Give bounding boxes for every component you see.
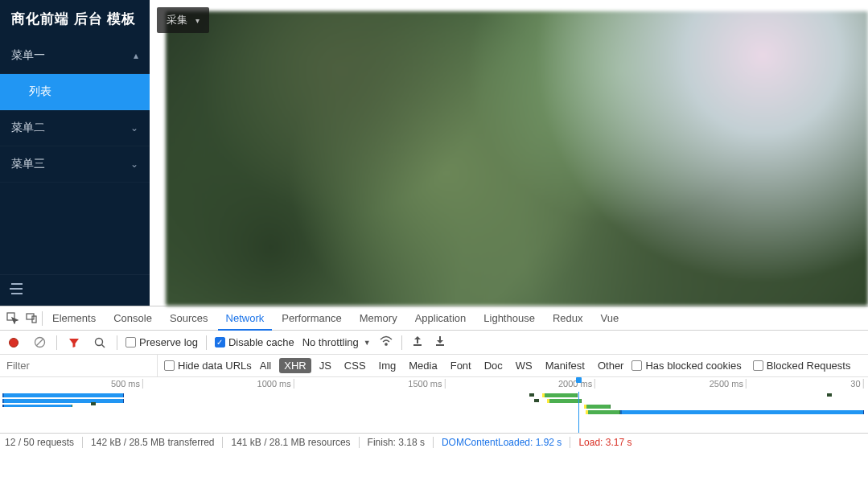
chevron-up-icon: ▴ [134,50,138,61]
divider [82,437,83,448]
blocked-requests-label: Blocked Requests [767,360,851,372]
status-load: Load: 3.17 s [578,437,631,448]
checkbox-icon [164,360,175,371]
filter-type-js[interactable]: JS [315,358,336,373]
sidebar-item-menu-1[interactable]: 菜单一 ▴ [0,38,150,74]
request-bar[interactable] [584,405,610,409]
sidebar-item-list[interactable]: 列表 [0,74,150,110]
clear-button[interactable] [31,334,48,352]
chevron-down-icon: ⌄ [130,122,138,134]
chevron-down-icon: ▼ [364,339,371,347]
tab-network[interactable]: Network [218,307,273,331]
timeline-tick: 2500 ms [710,379,747,389]
svg-rect-9 [436,344,444,346]
sidebar-collapse-button[interactable] [0,274,150,306]
record-button[interactable] [5,334,23,352]
divider [433,437,434,448]
checkbox-icon [631,360,642,371]
capture-dropdown[interactable]: 采集 ▾ [157,7,209,33]
filter-type-css[interactable]: CSS [339,358,371,373]
timeline-tick: 1500 ms [408,379,445,389]
svg-point-5 [96,338,103,345]
import-har-icon[interactable] [410,335,425,349]
tab-memory[interactable]: Memory [352,306,405,330]
status-finish: Finish: 3.18 s [368,437,425,448]
tab-console[interactable]: Console [105,306,160,330]
timeline-tick: 30 [850,379,863,389]
request-bar[interactable] [2,399,124,403]
sidebar: 商化前端 后台 模板 菜单一 ▴ 列表 菜单二 ⌄ 菜单三 ⌄ [0,0,150,306]
filter-type-img[interactable]: Img [374,358,401,373]
has-blocked-cookies-label: Has blocked cookies [645,360,741,372]
divider [222,437,223,448]
request-bar[interactable] [2,405,72,407]
checkbox-icon [753,360,763,371]
has-blocked-cookies-checkbox[interactable]: Has blocked cookies [631,360,741,372]
search-icon[interactable] [91,334,109,352]
hide-data-urls-label: Hide data URLs [178,360,252,372]
filter-input[interactable] [0,355,157,376]
request-bar[interactable] [542,393,577,397]
filter-type-other[interactable]: Other [593,358,629,373]
disable-cache-checkbox[interactable]: ✓ Disable cache [215,336,294,348]
hide-data-urls-checkbox[interactable]: Hide data URLs [164,360,252,372]
svg-rect-8 [413,344,422,346]
record-icon [9,338,19,347]
request-bar[interactable] [586,410,620,414]
network-timeline[interactable]: 500 ms 1000 ms 1500 ms 2000 ms 2500 ms 3… [0,377,868,434]
inspect-icon[interactable] [3,310,21,327]
sidebar-item-label: 菜单二 [11,121,45,135]
tab-sources[interactable]: Sources [162,306,216,330]
request-bar[interactable] [2,393,124,397]
app-title: 商化前端 后台 模板 [0,0,150,38]
svg-line-6 [102,344,105,347]
filter-type-media[interactable]: Media [404,358,442,373]
filter-type-xhr[interactable]: XHR [279,358,311,373]
chevron-down-icon: ▾ [195,16,200,25]
request-bar[interactable] [827,393,832,397]
devtools-tabbar: Elements Console Sources Network Perform… [0,306,868,331]
collapse-icon [10,283,23,294]
tab-elements[interactable]: Elements [44,306,104,330]
content-pane: 采集 ▾ [150,0,868,306]
export-har-icon[interactable] [433,335,447,349]
checkbox-icon [125,337,136,347]
divider [206,335,207,350]
checkbox-checked-icon: ✓ [215,337,225,347]
filter-type-doc[interactable]: Doc [479,358,508,373]
tab-lighthouse[interactable]: Lighthouse [475,306,543,330]
divider [117,335,117,350]
request-bar[interactable] [534,399,539,402]
device-toggle-icon[interactable] [23,310,40,327]
request-bar[interactable] [91,402,96,405]
divider [570,437,570,448]
timeline-playhead[interactable] [578,392,579,433]
sidebar-item-menu-3[interactable]: 菜单三 ⌄ [0,146,150,183]
request-bar[interactable] [547,399,582,403]
sidebar-item-menu-2[interactable]: 菜单二 ⌄ [0,110,150,146]
timeline-body [0,392,868,433]
request-bar[interactable] [620,410,863,414]
divider [42,311,43,326]
filter-type-font[interactable]: Font [446,358,476,373]
timeline-ruler: 500 ms 1000 ms 1500 ms 2000 ms 2500 ms 3… [0,377,868,392]
divider [401,335,402,350]
status-resources: 141 kB / 28.1 MB resources [231,437,350,448]
tab-vue[interactable]: Vue [592,306,627,330]
chevron-down-icon: ⌄ [130,158,138,170]
network-status-bar: 12 / 50 requests 142 kB / 28.5 MB transf… [0,434,868,451]
filter-type-manifest[interactable]: Manifest [541,358,590,373]
tab-application[interactable]: Application [407,306,475,330]
blocked-requests-checkbox[interactable]: Blocked Requests [753,360,851,372]
filter-type-all[interactable]: All [255,358,276,373]
filter-icon[interactable] [65,334,83,352]
tab-redux[interactable]: Redux [545,306,591,330]
tab-performance[interactable]: Performance [274,306,349,330]
request-bar[interactable] [529,393,534,397]
status-requests: 12 / 50 requests [5,437,74,448]
disable-cache-label: Disable cache [228,336,294,348]
throttling-dropdown[interactable]: No throttling ▼ [302,336,371,348]
filter-type-ws[interactable]: WS [511,358,537,373]
preserve-log-checkbox[interactable]: Preserve log [125,336,198,348]
network-conditions-icon[interactable] [379,335,393,349]
